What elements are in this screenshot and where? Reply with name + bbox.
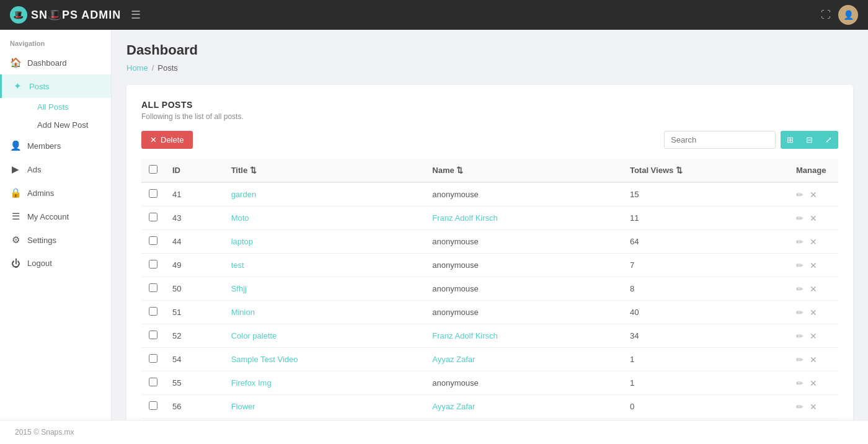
row-checkbox[interactable]: [149, 354, 157, 363]
edit-icon[interactable]: ✏: [796, 331, 804, 341]
row-checkbox[interactable]: [149, 260, 157, 269]
row-title[interactable]: Sfhjj: [224, 277, 425, 301]
row-id: 50: [165, 277, 224, 301]
avatar[interactable]: 👤: [838, 5, 858, 25]
name-link[interactable]: Ayyaz Zafar: [432, 402, 475, 411]
row-checkbox[interactable]: [149, 283, 157, 292]
sidebar-item-posts[interactable]: ✦ Posts: [0, 74, 111, 98]
title-link[interactable]: laptop: [231, 237, 253, 246]
delete-row-icon[interactable]: ✕: [810, 355, 817, 365]
row-title[interactable]: Firefox Img: [224, 371, 425, 395]
title-link[interactable]: Sfhjj: [231, 284, 247, 293]
manage-icons: ✏ ✕: [796, 190, 831, 200]
row-checkbox[interactable]: [149, 378, 157, 386]
row-checkbox-cell: [141, 301, 165, 324]
edit-icon[interactable]: ✏: [796, 308, 804, 317]
row-manage: ✏ ✕: [789, 254, 838, 277]
title-link[interactable]: Color palette: [231, 331, 277, 340]
expand-icon[interactable]: ⛶: [821, 9, 831, 20]
row-checkbox[interactable]: [149, 307, 157, 316]
row-name: anonymouse: [425, 230, 622, 254]
row-checkbox[interactable]: [149, 331, 157, 339]
title-link[interactable]: test: [231, 260, 244, 270]
delete-row-icon[interactable]: ✕: [810, 260, 817, 270]
sidebar-item-admins[interactable]: 🔒 Admins: [0, 181, 111, 205]
row-views: 11: [622, 206, 789, 230]
row-manage: ✏ ✕: [789, 206, 838, 230]
edit-icon[interactable]: ✏: [796, 284, 804, 294]
list-view-button[interactable]: ⊟: [800, 131, 819, 149]
edit-icon[interactable]: ✏: [796, 355, 804, 365]
sidebar-item-logout[interactable]: ⏻ Logout: [0, 252, 111, 275]
row-name: Ayyaz Zafar: [425, 348, 622, 371]
page-title: Dashboard: [126, 42, 853, 58]
row-title[interactable]: garden: [224, 182, 425, 206]
sidebar-item-myaccount[interactable]: ☰ My Account: [0, 205, 111, 228]
delete-row-icon[interactable]: ✕: [810, 308, 817, 317]
row-title[interactable]: Sample Test Video: [224, 348, 425, 371]
myaccount-icon: ☰: [10, 211, 21, 222]
row-title[interactable]: laptop: [224, 230, 425, 254]
row-title[interactable]: test: [224, 254, 425, 277]
grid-view-button[interactable]: ⊞: [781, 131, 800, 149]
edit-icon[interactable]: ✏: [796, 237, 804, 247]
title-link[interactable]: garden: [231, 190, 256, 199]
row-checkbox-cell: [141, 324, 165, 348]
select-all-checkbox[interactable]: [149, 165, 157, 174]
row-title[interactable]: Moto: [224, 206, 425, 230]
navbar: 🎩 SN🎩PS ADMIN ☰ ⛶ 👤: [0, 0, 868, 30]
search-input[interactable]: [664, 131, 776, 149]
row-checkbox[interactable]: [149, 189, 157, 198]
row-title[interactable]: Minion: [224, 301, 425, 324]
posts-icon: ✦: [12, 81, 23, 92]
home-icon: 🏠: [10, 57, 21, 68]
delete-row-icon[interactable]: ✕: [810, 402, 817, 412]
edit-icon[interactable]: ✏: [796, 378, 804, 388]
delete-row-icon[interactable]: ✕: [810, 378, 817, 388]
sidebar: Navigation 🏠 Dashboard ✦ Posts All Posts…: [0, 30, 112, 420]
settings-icon: ⚙: [10, 234, 21, 246]
row-checkbox[interactable]: [149, 213, 157, 221]
title-link[interactable]: Firefox Img: [231, 378, 272, 388]
header-checkbox-col: [141, 159, 165, 182]
delete-row-icon[interactable]: ✕: [810, 331, 817, 341]
sidebar-item-dashboard[interactable]: 🏠 Dashboard: [0, 51, 111, 74]
delete-row-icon[interactable]: ✕: [810, 213, 817, 223]
footer: 2015 © Snaps.mx: [0, 420, 868, 444]
row-title[interactable]: Color palette: [224, 324, 425, 348]
name-link[interactable]: Franz Adolf Kirsch: [432, 331, 498, 340]
row-checkbox[interactable]: [149, 401, 157, 410]
sidebar-sub-item-all-posts[interactable]: All Posts: [27, 98, 111, 116]
edit-icon[interactable]: ✏: [796, 402, 804, 412]
breadcrumb-home[interactable]: Home: [126, 63, 148, 73]
delete-button[interactable]: ✕ Delete: [141, 131, 193, 149]
manage-icons: ✏ ✕: [796, 213, 831, 223]
sidebar-item-members[interactable]: 👤 Members: [0, 134, 111, 158]
delete-row-icon[interactable]: ✕: [810, 190, 817, 200]
edit-icon[interactable]: ✏: [796, 190, 804, 200]
title-link[interactable]: Minion: [231, 308, 255, 317]
sidebar-sub-item-add-new-post[interactable]: Add New Post: [27, 116, 111, 134]
table-header-row: ID Title ⇅ Name ⇅ Total Views ⇅ Manage: [141, 159, 838, 182]
share-view-button[interactable]: ⤢: [819, 131, 838, 149]
name-link[interactable]: Ayyaz Zafar: [432, 355, 475, 364]
sidebar-item-settings[interactable]: ⚙ Settings: [0, 228, 111, 252]
sidebar-label-dashboard: Dashboard: [27, 58, 67, 68]
row-checkbox[interactable]: [149, 236, 157, 245]
delete-row-icon[interactable]: ✕: [810, 284, 817, 294]
row-id: 44: [165, 230, 224, 254]
delete-row-icon[interactable]: ✕: [810, 237, 817, 247]
app-logo: 🎩 SN🎩PS ADMIN: [10, 6, 121, 24]
hamburger-icon[interactable]: ☰: [131, 8, 141, 22]
edit-icon[interactable]: ✏: [796, 213, 804, 223]
title-link[interactable]: Sample Test Video: [231, 355, 298, 364]
row-title[interactable]: Flower: [224, 395, 425, 419]
title-link[interactable]: Flower: [231, 402, 255, 411]
title-link[interactable]: Moto: [231, 213, 249, 223]
edit-icon[interactable]: ✏: [796, 260, 804, 270]
sidebar-item-ads[interactable]: ▶ Ads: [0, 158, 111, 181]
logout-icon: ⏻: [10, 258, 21, 269]
sidebar-label-settings: Settings: [27, 236, 56, 245]
name-link[interactable]: Franz Adolf Kirsch: [432, 213, 498, 223]
posts-card: ALL POSTS Following is the list of all p…: [126, 85, 853, 420]
